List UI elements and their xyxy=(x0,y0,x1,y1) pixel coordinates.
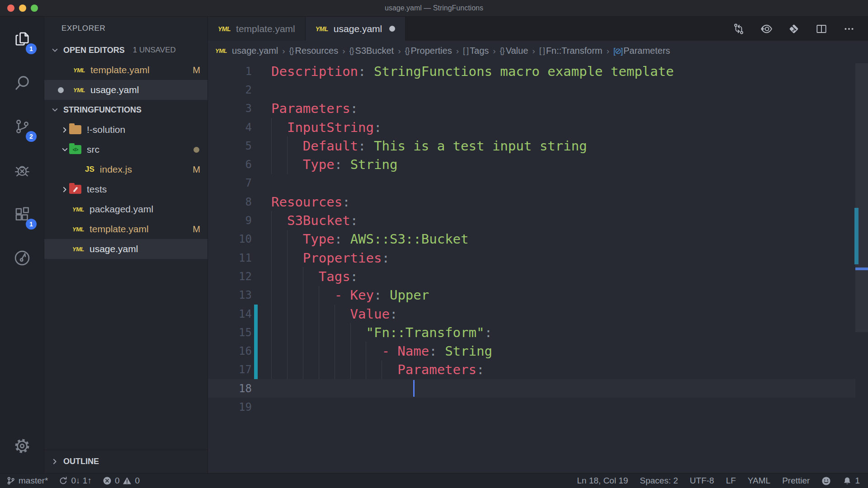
close-window-button[interactable] xyxy=(7,5,14,12)
open-editors-list: YMLtemplate.yamlMYMLusage.yaml xyxy=(44,60,208,100)
tab-template-yaml[interactable]: YMLtemplate.yaml xyxy=(208,17,306,41)
code-line-6[interactable]: 6 Type: String xyxy=(208,155,855,174)
indent-guide xyxy=(271,361,272,379)
activity-extensions[interactable]: 1 xyxy=(0,192,44,236)
status-indentation[interactable]: Spaces: 2 xyxy=(640,476,678,486)
activity-search[interactable] xyxy=(0,61,44,104)
preview-icon[interactable] xyxy=(760,23,773,35)
indent-guide xyxy=(271,342,272,360)
token: : xyxy=(350,101,358,116)
code-line-11[interactable]: 11 Properties: xyxy=(208,249,855,267)
title-bar: usage.yaml — StringFunctions xyxy=(0,0,868,17)
indent-guide xyxy=(271,323,272,342)
token xyxy=(437,343,445,359)
status-notifications[interactable]: 1 xyxy=(843,476,860,486)
indent-guide xyxy=(287,305,288,323)
minimize-window-button[interactable] xyxy=(19,5,26,12)
token xyxy=(342,157,350,172)
open-editor-item[interactable]: YMLusage.yaml xyxy=(44,80,208,100)
open-editors-header[interactable]: OPEN EDITORS 1 UNSAVED xyxy=(44,40,208,60)
indent-guide xyxy=(271,249,272,267)
code-line-9[interactable]: 9 S3Bucket: xyxy=(208,211,855,230)
more-actions-icon[interactable] xyxy=(843,23,855,35)
tree-folder---solution[interactable]: !-solution xyxy=(44,120,208,140)
code-line-12[interactable]: 12 Tags: xyxy=(208,267,855,286)
code-line-1[interactable]: 1Description: StringFunctions macro exam… xyxy=(208,62,855,80)
token: : xyxy=(390,306,397,322)
git-icon[interactable] xyxy=(788,23,800,35)
code-line-8[interactable]: 8Resources: xyxy=(208,192,855,211)
breadcrumb-label: Parameters xyxy=(623,46,670,56)
code-line-13[interactable]: 13 - Key: Upper xyxy=(208,286,855,305)
tree-file-usage-yaml[interactable]: YMLusage.yaml xyxy=(44,239,208,259)
tab-usage-yaml[interactable]: YMLusage.yaml xyxy=(306,17,406,41)
open-changes-icon[interactable] xyxy=(732,23,745,35)
activity-settings[interactable] xyxy=(0,424,44,468)
open-editor-item[interactable]: YMLtemplate.yamlM xyxy=(44,60,208,80)
indent-guide xyxy=(366,342,366,360)
breadcrumb-segment[interactable]: [ ]Tags xyxy=(463,46,489,56)
tab-label: template.yaml xyxy=(236,23,295,34)
line-content: Value: xyxy=(271,305,855,323)
code-line-10[interactable]: 10 Type: AWS::S3::Bucket xyxy=(208,230,855,249)
code-line-16[interactable]: 16 - Name: String xyxy=(208,342,855,360)
breadcrumb-segment[interactable]: {}Value xyxy=(500,46,528,56)
breadcrumb-segment[interactable]: {}Properties xyxy=(405,46,452,56)
status-eol[interactable]: LF xyxy=(726,476,736,486)
breadcrumb-segment[interactable]: [⊘]Parameters xyxy=(613,46,670,56)
status-feedback[interactable] xyxy=(821,476,831,486)
status-problems[interactable]: 00 xyxy=(103,476,140,486)
tree-file-index-js[interactable]: JSindex.jsM xyxy=(44,160,208,179)
code-editor[interactable]: 1Description: StringFunctions macro exam… xyxy=(208,61,868,473)
scrollbar-slider[interactable] xyxy=(855,63,868,332)
outline-section-header[interactable]: OUTLINE xyxy=(44,450,208,473)
code-line-2[interactable]: 2 xyxy=(208,80,855,99)
code-line-19[interactable]: 19 xyxy=(208,398,855,416)
split-editor-icon[interactable] xyxy=(815,23,828,35)
line-number: 12 xyxy=(208,270,252,283)
file-name: usage.yaml xyxy=(90,244,138,254)
tree-file-template-yaml[interactable]: YMLtemplate.yamlM xyxy=(44,219,208,239)
code-line-17[interactable]: 17 Parameters: xyxy=(208,361,855,379)
chevron-right-icon xyxy=(49,457,61,466)
code-line-5[interactable]: 5 Default: This is a test input string xyxy=(208,136,855,155)
token: Value xyxy=(350,306,390,322)
status-branch[interactable]: master* xyxy=(6,476,48,486)
chevron-right-icon xyxy=(61,185,69,194)
indent-guide xyxy=(303,267,303,286)
breadcrumb-segment[interactable]: {}Resources xyxy=(289,46,339,56)
indent-guide xyxy=(335,342,335,360)
yaml-file-icon: YML xyxy=(316,25,328,33)
breadcrumb-label: S3Bucket xyxy=(355,46,394,56)
overview-ruler-cursor-mark xyxy=(855,267,868,270)
token: : xyxy=(374,120,382,135)
status-language-mode[interactable]: YAML xyxy=(748,476,770,486)
breadcrumb-segment[interactable]: [ ]Fn::Transform xyxy=(539,46,603,56)
breadcrumb-file[interactable]: YMLusage.yaml xyxy=(215,46,278,56)
line-number: 18 xyxy=(208,382,252,395)
project-section-header[interactable]: STRINGFUNCTIONS xyxy=(44,100,208,120)
status-formatter[interactable]: Prettier xyxy=(782,476,810,486)
code-line-7[interactable]: 7 xyxy=(208,174,855,192)
breadcrumb-segment[interactable]: {}S3Bucket xyxy=(349,46,394,56)
status-cursor-position[interactable]: Ln 18, Col 19 xyxy=(577,476,628,486)
zoom-window-button[interactable] xyxy=(31,5,38,12)
token: AWS::S3::Bucket xyxy=(350,231,469,247)
code-line-3[interactable]: 3Parameters: xyxy=(208,99,855,118)
code-line-15[interactable]: 15 "Fn::Transform": xyxy=(208,323,855,342)
activity-explorer[interactable]: 1 xyxy=(0,17,44,61)
activity-source-control[interactable]: 2 xyxy=(0,104,44,148)
status-sync[interactable]: 0↓ 1↑ xyxy=(59,476,91,486)
tree-file-packaged-yaml[interactable]: YMLpackaged.yaml xyxy=(44,199,208,219)
activity-debug[interactable] xyxy=(0,148,44,192)
explorer-sidebar: EXPLORER OPEN EDITORS 1 UNSAVED YMLtempl… xyxy=(44,17,208,473)
token: Properties xyxy=(303,250,382,266)
activity-gitlens[interactable] xyxy=(0,236,44,280)
tree-folder-tests[interactable]: tests xyxy=(44,179,208,199)
indent-guide xyxy=(319,361,319,379)
code-line-18[interactable]: 18 xyxy=(208,379,855,398)
status-encoding[interactable]: UTF-8 xyxy=(690,476,714,486)
code-line-14[interactable]: 14 Value: xyxy=(208,305,855,323)
code-line-4[interactable]: 4 InputString: xyxy=(208,118,855,136)
tree-folder-src[interactable]: </>src xyxy=(44,140,208,160)
